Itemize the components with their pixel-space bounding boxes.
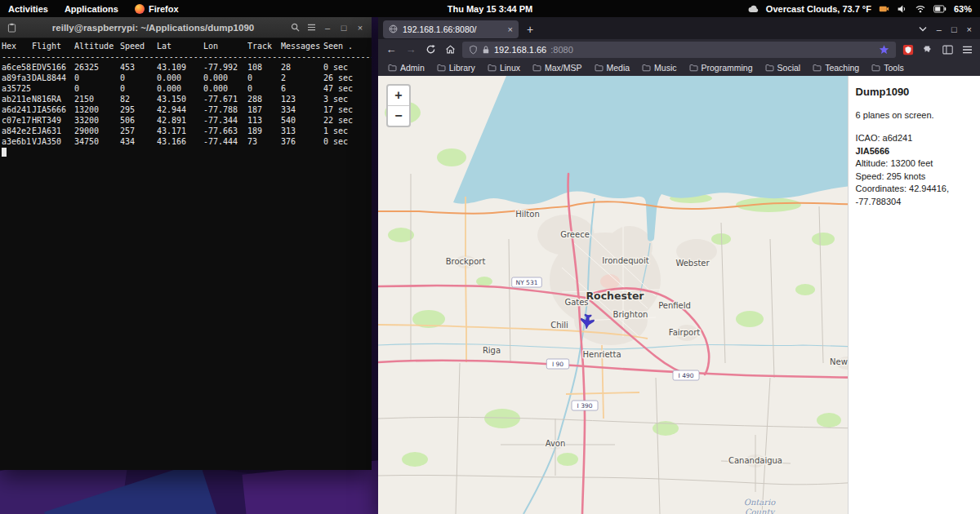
map-place-label: Hilton (515, 210, 539, 219)
map-place-label: Fairport (669, 328, 700, 337)
terminal-row: a35725000.0000.0000647 sec (2, 83, 372, 94)
terminal-row: ab211eN816RA21508243.150-77.6712881233 s… (2, 94, 372, 104)
svg-text:I 90: I 90 (552, 361, 564, 368)
battery-icon (933, 5, 947, 13)
folder-icon (871, 64, 880, 72)
navigation-toolbar: ← → 192.168.1.66:8080 (378, 39, 980, 60)
window-close-button[interactable]: × (967, 24, 972, 34)
road-shield: I 490 (673, 370, 699, 380)
terminal-row: c07e17HRT3493320050642.891-77.3441135402… (2, 115, 372, 126)
tab-favicon-globe-icon (389, 24, 398, 33)
terminal-window: reilly@raspberrypi: ~/Applications/dump1… (0, 17, 372, 470)
folder-icon (388, 64, 397, 72)
folder-icon (532, 64, 541, 72)
maximize-button[interactable]: □ (336, 20, 352, 35)
close-button[interactable]: × (352, 20, 368, 35)
bookmark-folder-item[interactable]: Teaching (813, 63, 859, 73)
clipboard-icon[interactable] (3, 20, 20, 35)
bookmark-folder-item[interactable]: Max/MSP (532, 63, 582, 73)
weather-cloud-icon (748, 4, 759, 13)
map-canvas[interactable]: NY 531I 90I 490I 390 HiltonGreeceBrockpo… (378, 76, 848, 514)
folder-icon (595, 64, 604, 72)
terminal-row: a6ce58EDV51662632545343.109-77.992108280… (2, 62, 372, 73)
new-tab-button[interactable]: + (523, 23, 537, 36)
svg-text:NY 531: NY 531 (516, 279, 538, 286)
folder-icon (437, 64, 446, 72)
camera-indicator-icon (879, 4, 889, 13)
tracking-shield-icon[interactable] (469, 45, 478, 55)
road-shield: NY 531 (512, 277, 542, 287)
bookmark-folder-item[interactable]: Library (437, 63, 475, 73)
map-place-label: Brighton (613, 310, 648, 319)
bookmark-folder-item[interactable]: Linux (488, 63, 520, 73)
focused-app-menu[interactable]: Firefox (135, 4, 179, 14)
window-minimize-button[interactable]: – (937, 24, 942, 34)
bookmarks-bar-items: AdminLibraryLinuxMax/MSPMediaMusicProgra… (388, 63, 904, 73)
terminal-row: a842e2EJA6312900025743.171-77.6631893131… (2, 126, 372, 136)
map-place-label: Brockport (446, 257, 486, 266)
map-place-label: Gates (564, 298, 588, 307)
menu-hamburger-icon[interactable] (960, 46, 974, 54)
list-tabs-chevron-icon[interactable] (919, 26, 927, 32)
back-button[interactable]: ← (384, 43, 399, 55)
terminal-row: a6d241JIA56661320029542.944-77.788187334… (2, 104, 372, 115)
zoom-out-button[interactable]: − (388, 105, 409, 126)
planes-count: 6 planes on screen. (856, 109, 973, 122)
minimize-button[interactable]: – (319, 20, 336, 35)
selected-speed: Speed: 295 knots (856, 171, 973, 184)
selected-coordinates: Coordinates: 42.94416, -77.788304 (856, 183, 973, 208)
terminal-row: a3e6b1VJA3503475043443.166-77.444733760 … (2, 136, 372, 147)
bookmark-folder-item[interactable]: Social (765, 63, 801, 73)
dump1090-panel: Dump1090 6 planes on screen. ICAO: a6d24… (848, 76, 980, 514)
bookmark-folder-item[interactable]: Admin (388, 63, 425, 73)
applications-menu[interactable]: Applications (65, 4, 118, 14)
terminal-menu-button[interactable] (303, 20, 319, 35)
terminal-search-button[interactable] (287, 20, 303, 35)
home-button[interactable] (443, 44, 457, 55)
page-content: NY 531I 90I 490I 390 HiltonGreeceBrockpo… (378, 76, 980, 514)
tab-title: 192.168.1.66:8080/ (403, 24, 503, 34)
terminal-separator: ----------------------------------------… (2, 51, 372, 62)
activities-button[interactable]: Activities (8, 4, 48, 14)
terminal-titlebar[interactable]: reilly@raspberrypi: ~/Applications/dump1… (0, 17, 372, 38)
volume-icon[interactable] (897, 4, 907, 14)
svg-text:I 390: I 390 (577, 402, 593, 410)
terminal-row: a89fa3DAL8844000.0000.0000226 sec (2, 73, 372, 83)
terminal-cursor (2, 148, 7, 157)
map-place-label: Chili (550, 321, 568, 330)
map-place-label: Penfield (658, 301, 691, 310)
firefox-icon (135, 4, 145, 14)
folder-icon (488, 64, 497, 72)
bookmark-folder-item[interactable]: Programming (689, 63, 753, 73)
selected-icao: ICAO: a6d241 (856, 132, 973, 145)
map-place-label: Irondequoit (602, 256, 648, 265)
lock-icon[interactable] (482, 45, 490, 55)
ublock-extension-icon[interactable] (901, 44, 915, 55)
bookmark-folder-item[interactable]: Music (642, 63, 676, 73)
reload-button[interactable] (423, 44, 438, 55)
sidebar-toggle-icon[interactable] (940, 45, 955, 55)
wifi-icon[interactable] (915, 4, 926, 13)
zoom-in-button[interactable]: + (388, 86, 409, 105)
bookmark-folder-item[interactable]: Media (595, 63, 630, 73)
svg-text:I 490: I 490 (679, 372, 694, 379)
extensions-puzzle-icon[interactable] (920, 44, 935, 55)
map-place-label: Canandaigua (728, 456, 782, 465)
map-place-label: Henrietta (582, 350, 621, 359)
weather-status[interactable]: Overcast Clouds, 73.7 °F (766, 4, 871, 14)
map[interactable]: NY 531I 90I 490I 390 HiltonGreeceBrockpo… (378, 76, 848, 514)
bookmark-folder-item[interactable]: Tools (871, 63, 904, 73)
window-maximize-button[interactable]: □ (951, 24, 957, 34)
map-place-label: Avon (546, 439, 566, 448)
terminal-output[interactable]: HexFlightAltitudeSpeedLatLonTrackMessage… (0, 38, 372, 157)
map-place-label: Rochester (586, 290, 644, 302)
clock[interactable]: Thu May 15 3:44 PM (448, 4, 533, 14)
bookmark-star-icon[interactable] (879, 44, 889, 55)
forward-button[interactable]: → (403, 43, 418, 55)
bookmarks-toolbar: AdminLibraryLinuxMax/MSPMediaMusicProgra… (378, 60, 980, 76)
battery-percent[interactable]: 63% (954, 4, 972, 14)
tab-close-icon[interactable]: × (508, 24, 513, 34)
browser-tab[interactable]: 192.168.1.66:8080/ × (383, 20, 519, 38)
folder-icon (642, 64, 651, 72)
url-bar[interactable]: 192.168.1.66:8080 (462, 42, 896, 58)
